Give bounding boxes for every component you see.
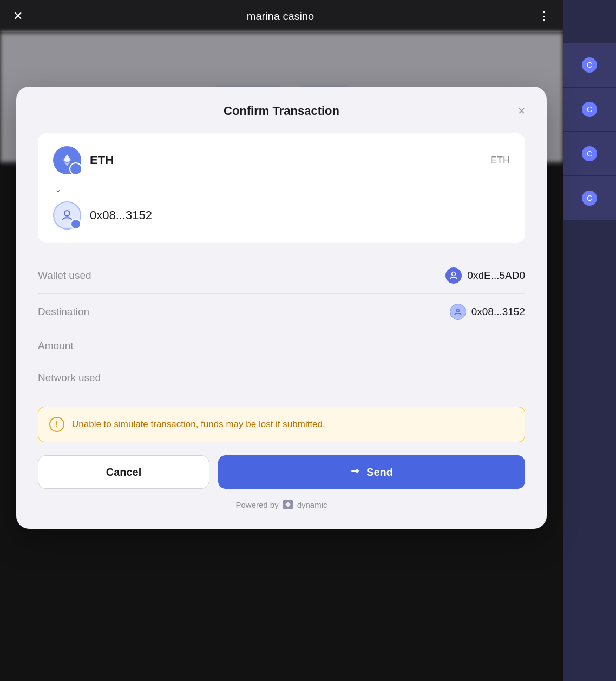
from-token-right-label: ETH bbox=[490, 155, 510, 166]
app-title: marina casino bbox=[247, 10, 314, 23]
eth-badge bbox=[71, 165, 82, 175]
sidebar-dot-2: C bbox=[582, 102, 597, 117]
action-buttons: Cancel Send bbox=[38, 455, 525, 489]
svg-point-5 bbox=[452, 272, 456, 276]
sidebar-item-1[interactable]: C bbox=[563, 43, 616, 87]
dynamic-diamond-icon bbox=[285, 501, 291, 508]
close-button[interactable]: ✕ bbox=[13, 10, 23, 22]
top-bar: ✕ marina casino ⋮ bbox=[0, 0, 563, 32]
sidebar-item-3[interactable]: C bbox=[563, 132, 616, 175]
destination-row: Destination 0x08...3152 bbox=[38, 294, 525, 330]
wallet-used-row: Wallet used 0xdE...5AD0 bbox=[38, 258, 525, 294]
sidebar-item-4[interactable]: C bbox=[563, 176, 616, 220]
eth-token-icon bbox=[53, 146, 81, 174]
svg-point-4 bbox=[64, 211, 70, 216]
warning-text: Unable to simulate transaction, funds ma… bbox=[72, 419, 325, 430]
wallet-used-value: 0xdE...5AD0 bbox=[445, 267, 525, 284]
transfer-to-row: 0x08...3152 bbox=[53, 201, 510, 230]
svg-marker-2 bbox=[75, 168, 78, 171]
svg-marker-7 bbox=[285, 502, 291, 507]
destination-label: Destination bbox=[38, 306, 89, 318]
amount-row: Amount bbox=[38, 330, 525, 362]
amount-label: Amount bbox=[38, 340, 73, 352]
to-address-label: 0x08...3152 bbox=[90, 208, 152, 222]
wallet-icon bbox=[445, 267, 462, 284]
sidebar-dot-1: C bbox=[582, 57, 597, 73]
eth-badge-icon bbox=[74, 167, 80, 173]
dest-badge bbox=[70, 219, 81, 230]
destination-value: 0x08...3152 bbox=[450, 304, 525, 320]
eth-diamond-icon bbox=[60, 153, 75, 168]
from-token-label: ETH bbox=[90, 153, 114, 167]
send-icon bbox=[350, 466, 361, 479]
destination-icon bbox=[450, 304, 466, 320]
send-arrow-icon bbox=[350, 466, 361, 476]
right-sidebar: C C C C bbox=[563, 0, 616, 681]
send-button[interactable]: Send bbox=[218, 455, 525, 489]
network-used-row: Network used bbox=[38, 362, 525, 394]
transfer-card: ETH ETH ↓ 0x08...3152 bbox=[38, 133, 525, 243]
sidebar-dot-4: C bbox=[582, 191, 597, 206]
powered-by-footer: Powered by dynamic bbox=[38, 500, 525, 509]
wallet-used-label: Wallet used bbox=[38, 270, 91, 281]
menu-button[interactable]: ⋮ bbox=[538, 10, 550, 22]
confirm-transaction-modal: Confirm Transaction × bbox=[16, 87, 547, 529]
sidebar-item-2[interactable]: C bbox=[563, 88, 616, 131]
cancel-button[interactable]: Cancel bbox=[38, 455, 209, 489]
modal-close-button[interactable]: × bbox=[518, 105, 525, 117]
modal-header: Confirm Transaction × bbox=[38, 104, 525, 118]
warning-icon: ! bbox=[49, 417, 64, 432]
info-rows: Wallet used 0xdE...5AD0 Destination bbox=[38, 258, 525, 394]
svg-marker-0 bbox=[63, 154, 71, 162]
dynamic-logo-icon bbox=[283, 500, 293, 509]
wallet-icon-svg bbox=[449, 271, 458, 280]
svg-point-6 bbox=[456, 309, 459, 312]
transfer-arrow: ↓ bbox=[55, 181, 510, 195]
network-used-label: Network used bbox=[38, 372, 101, 384]
svg-marker-3 bbox=[75, 171, 78, 173]
modal-overlay: Confirm Transaction × bbox=[0, 32, 563, 681]
transfer-from-row: ETH ETH bbox=[53, 146, 510, 174]
dest-token-icon bbox=[53, 201, 81, 230]
warning-banner: ! Unable to simulate transaction, funds … bbox=[38, 407, 525, 442]
destination-icon-svg bbox=[454, 307, 462, 316]
modal-title: Confirm Transaction bbox=[224, 104, 339, 118]
sidebar-dot-3: C bbox=[582, 146, 597, 161]
